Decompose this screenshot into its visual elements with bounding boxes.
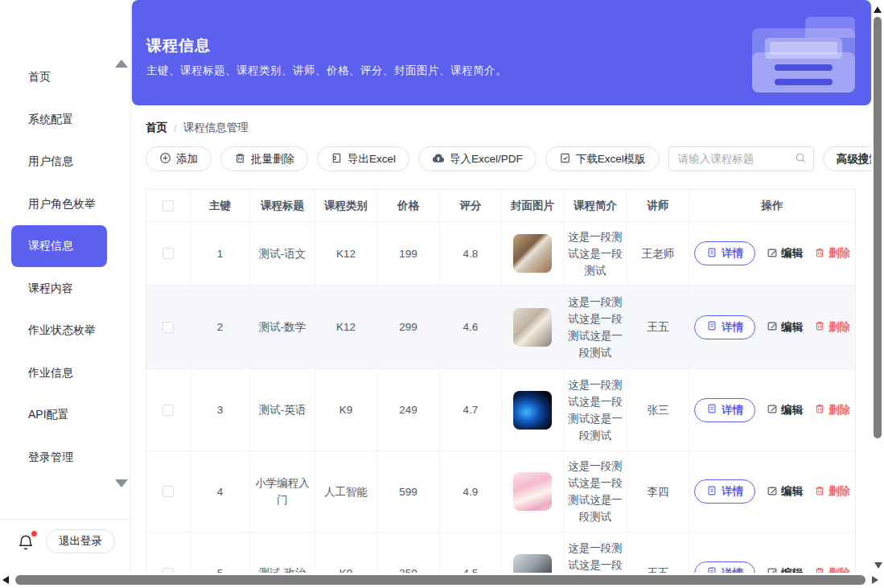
row-checkbox[interactable] xyxy=(162,405,174,416)
scroll-down-arrow-icon[interactable] xyxy=(874,562,882,569)
detail-button[interactable]: 详情 xyxy=(694,561,755,574)
search-icon[interactable] xyxy=(795,152,807,167)
cell-id: 3 xyxy=(191,369,250,451)
edit-label: 编辑 xyxy=(781,484,803,499)
add-label: 添加 xyxy=(176,152,198,167)
scroll-up-arrow-icon[interactable] xyxy=(874,6,882,13)
table-row: 3 测试-英语 K9 249 4.7 这是一段测试这是一段测试这是一段测试 张三… xyxy=(146,369,855,451)
detail-label: 详情 xyxy=(722,320,743,335)
course-table: 主键 课程标题 课程类别 价格 评分 封面图片 课程简介 讲师 操作 1 测试-… xyxy=(146,189,856,573)
delete-button[interactable]: 删除 xyxy=(814,320,850,335)
search-input[interactable] xyxy=(668,146,814,171)
detail-label: 详情 xyxy=(722,403,743,417)
sidebar-item-label: 首页 xyxy=(28,70,51,84)
cell-id: 2 xyxy=(191,286,250,369)
detail-button[interactable]: 详情 xyxy=(694,398,755,422)
detail-doc-icon xyxy=(706,566,717,573)
trash-icon xyxy=(814,247,825,261)
detail-button[interactable]: 详情 xyxy=(694,315,755,339)
horizontal-scrollbar-thumb[interactable] xyxy=(15,575,865,585)
export-excel-button[interactable]: 导出Excel xyxy=(317,146,409,171)
cloud-upload-icon xyxy=(432,152,445,167)
delete-button[interactable]: 删除 xyxy=(814,403,850,417)
vertical-scrollbar-thumb[interactable] xyxy=(874,17,882,438)
header-checkbox-cell xyxy=(146,190,191,222)
horizontal-scrollbar[interactable] xyxy=(0,573,884,588)
download-template-button[interactable]: 下载Excel模版 xyxy=(545,146,660,171)
edit-label: 编辑 xyxy=(781,403,803,417)
row-checkbox[interactable] xyxy=(162,486,174,497)
scroll-left-arrow-icon[interactable] xyxy=(2,576,9,584)
sidebar-footer: 退出登录 xyxy=(0,519,130,573)
sidebar-item-course-info[interactable]: 课程信息 xyxy=(11,225,107,267)
edit-label: 编辑 xyxy=(781,320,803,335)
cell-category: 人工智能 xyxy=(315,451,377,532)
delete-button[interactable]: 删除 xyxy=(814,566,850,574)
sidebar-item-label: 课程内容 xyxy=(28,282,73,296)
detail-button[interactable]: 详情 xyxy=(694,479,755,504)
cell-intro: 这是一段测试这是一段测试这是一段测试 xyxy=(564,369,627,451)
cell-price: 249 xyxy=(377,369,440,451)
cell-price: 350 xyxy=(377,532,440,573)
logout-button[interactable]: 退出登录 xyxy=(46,529,115,553)
sidebar-item-home[interactable]: 首页 xyxy=(0,56,130,99)
cell-rating: 4.6 xyxy=(440,286,502,369)
plus-circle-icon xyxy=(159,152,171,167)
cell-intro: 这是一段测试这是一段测试这是一段测试 xyxy=(564,286,627,369)
edit-button[interactable]: 编辑 xyxy=(767,484,803,499)
scroll-right-arrow-icon[interactable] xyxy=(872,576,878,584)
edit-pencil-icon xyxy=(767,247,778,261)
cover-image xyxy=(513,391,552,430)
sidebar-scroll-down-icon[interactable] xyxy=(115,479,128,487)
sidebar-item-user-info[interactable]: 用户信息 xyxy=(0,141,130,183)
sidebar-item-label: API配置 xyxy=(28,408,69,422)
edit-button[interactable]: 编辑 xyxy=(767,403,803,417)
trash-icon xyxy=(814,566,825,573)
breadcrumb-home[interactable]: 首页 xyxy=(146,121,167,135)
cell-category: K9 xyxy=(315,532,377,573)
delete-label: 删除 xyxy=(828,320,850,335)
breadcrumb-separator: / xyxy=(174,122,177,134)
import-excel-label: 导入Excel/PDF xyxy=(450,152,523,167)
sidebar-item-label: 用户信息 xyxy=(28,154,73,169)
sidebar-item-user-role-enum[interactable]: 用户角色枚举 xyxy=(0,183,130,226)
sidebar-item-course-content[interactable]: 课程内容 xyxy=(0,267,130,310)
notification-dot xyxy=(31,531,37,537)
row-checkbox[interactable] xyxy=(162,322,174,333)
edit-button[interactable]: 编辑 xyxy=(767,320,803,335)
row-checkbox[interactable] xyxy=(162,248,174,259)
cell-intro: 这是一段测试这是一段测试这是一段测试 xyxy=(564,532,627,573)
notification-bell-icon[interactable] xyxy=(17,533,36,553)
doc-download-icon xyxy=(559,152,571,167)
page-title: 课程信息 xyxy=(146,35,211,56)
breadcrumb: 首页 / 课程信息管理 xyxy=(146,121,249,135)
delete-button[interactable]: 删除 xyxy=(814,484,850,499)
sidebar-item-homework-status-enum[interactable]: 作业状态枚举 xyxy=(0,310,130,352)
cell-teacher: 王五 xyxy=(627,286,689,369)
edit-button[interactable]: 编辑 xyxy=(767,566,803,574)
detail-button[interactable]: 详情 xyxy=(694,241,755,265)
sidebar-item-api-config[interactable]: API配置 xyxy=(0,394,130,437)
edit-button[interactable]: 编辑 xyxy=(767,246,803,261)
column-header: 课程类别 xyxy=(315,190,377,222)
add-button[interactable]: 添加 xyxy=(146,146,212,171)
sidebar-item-login-management[interactable]: 登录管理 xyxy=(0,437,130,479)
import-excel-button[interactable]: 导入Excel/PDF xyxy=(418,146,537,171)
column-header: 价格 xyxy=(377,190,440,222)
delete-label: 删除 xyxy=(828,246,850,261)
delete-button[interactable]: 删除 xyxy=(814,246,850,261)
breadcrumb-current: 课程信息管理 xyxy=(183,121,249,135)
detail-label: 详情 xyxy=(722,566,743,574)
export-doc-icon xyxy=(331,152,343,167)
cell-category: K9 xyxy=(315,369,377,451)
select-all-checkbox[interactable] xyxy=(162,200,174,212)
sidebar-item-homework-info[interactable]: 作业信息 xyxy=(0,352,130,395)
column-header: 课程标题 xyxy=(250,190,315,222)
sidebar-item-system-config[interactable]: 系统配置 xyxy=(0,99,130,142)
cell-intro: 这是一段测试这是一段测试 xyxy=(564,222,627,286)
cell-rating: 4.5 xyxy=(440,532,502,573)
trash-icon xyxy=(234,152,246,167)
batch-delete-button[interactable]: 批量删除 xyxy=(220,146,308,171)
vertical-scrollbar[interactable] xyxy=(871,0,884,573)
sidebar-item-label: 系统配置 xyxy=(28,113,73,127)
